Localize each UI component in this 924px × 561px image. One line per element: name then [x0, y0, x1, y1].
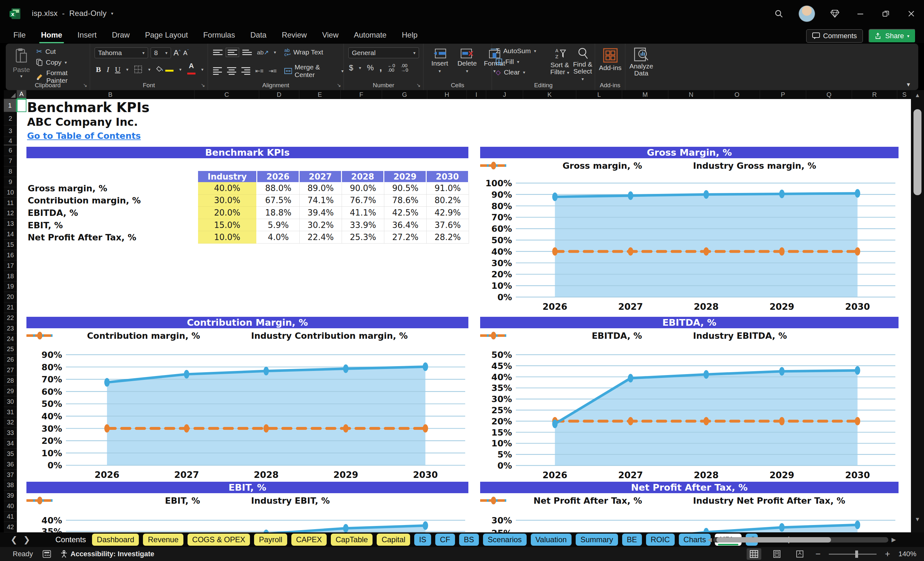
- underline-chevron-icon[interactable]: ▾: [126, 67, 128, 72]
- table-cell[interactable]: 28.2%: [427, 231, 469, 244]
- row-header-40[interactable]: 40: [4, 501, 17, 512]
- accessibility-status[interactable]: Accessibility: Investigate: [60, 550, 154, 558]
- row-header-9[interactable]: 9: [4, 177, 17, 188]
- comma-format-icon[interactable]: ,: [380, 63, 382, 73]
- align-center-icon[interactable]: [227, 67, 236, 75]
- sheet-tab-captable[interactable]: CapTable: [331, 534, 372, 546]
- column-header-J[interactable]: J: [486, 90, 523, 99]
- row-header-4[interactable]: 4: [4, 137, 17, 146]
- row-header-14[interactable]: 14: [4, 229, 17, 240]
- chart-gross-margin-[interactable]: Gross Margin, %Gross margin, %Industry G…: [480, 147, 898, 310]
- merge-center-button[interactable]: Merge & Center▾: [284, 63, 344, 79]
- row-header-28[interactable]: 28: [4, 376, 17, 386]
- row-header-11[interactable]: 11: [4, 198, 17, 208]
- row-header-12[interactable]: 12: [4, 208, 17, 219]
- column-header-I[interactable]: I: [467, 90, 486, 99]
- sort-filter-button[interactable]: AZ Sort & Filter ▾: [549, 48, 571, 76]
- column-header-G[interactable]: G: [382, 90, 427, 99]
- table-cell[interactable]: 40.0%: [198, 182, 257, 195]
- column-header-F[interactable]: F: [341, 90, 382, 99]
- document-title[interactable]: isp.xlsx - Read-Only ▾: [32, 9, 113, 18]
- decrease-indent-icon[interactable]: ⇤≡: [255, 68, 264, 75]
- column-header-H[interactable]: H: [427, 90, 467, 99]
- menu-tab-file[interactable]: File: [13, 28, 26, 41]
- table-cell[interactable]: 39.4%: [300, 207, 342, 219]
- wrap-text-button[interactable]: abc↩ Wrap Text: [284, 48, 323, 56]
- fill-color-button[interactable]: [156, 66, 173, 73]
- macro-record-icon[interactable]: [43, 550, 51, 558]
- column-header-P[interactable]: P: [760, 90, 806, 99]
- autosum-button[interactable]: ΣAutoSum▾: [496, 47, 536, 55]
- menu-tab-insert[interactable]: Insert: [77, 28, 97, 41]
- table-cell[interactable]: 25.3%: [342, 231, 384, 244]
- addins-button[interactable]: Add-ins: [595, 48, 626, 72]
- column-header-M[interactable]: M: [622, 90, 668, 99]
- cut-button[interactable]: ✂Cut: [36, 48, 90, 56]
- table-cell[interactable]: 78.6%: [384, 195, 427, 207]
- sheet-tab-contents[interactable]: Contents: [54, 534, 88, 546]
- number-format-select[interactable]: General▾: [348, 48, 419, 58]
- table-cell[interactable]: 36.4%: [384, 219, 427, 231]
- currency-format-icon[interactable]: $: [349, 63, 353, 72]
- table-cell[interactable]: 4.0%: [257, 231, 300, 244]
- table-cell[interactable]: 89.0%: [300, 182, 342, 195]
- table-cell[interactable]: 22.4%: [300, 231, 342, 244]
- font-size-select[interactable]: 8▾: [151, 48, 171, 58]
- row-header-24[interactable]: 24: [4, 334, 17, 344]
- chart-net-profit-after-tax-[interactable]: Net Profit After Tax, %Net Profit After …: [480, 482, 898, 532]
- table-header-industry[interactable]: Industry: [198, 171, 257, 182]
- column-header-A[interactable]: A: [17, 90, 26, 99]
- row-header-20[interactable]: 20: [4, 292, 17, 303]
- increase-decimal-icon[interactable]: ←0.00: [388, 63, 395, 72]
- row-header-1[interactable]: 1: [4, 99, 17, 112]
- table-header-2028[interactable]: 2028: [342, 171, 384, 182]
- table-cell[interactable]: 27.2%: [384, 231, 427, 244]
- row-header-17[interactable]: 17: [4, 261, 17, 271]
- sheet-tab-summary[interactable]: Summary: [576, 534, 618, 546]
- sheet-tab-bs[interactable]: BS: [459, 534, 479, 546]
- sheet-tab-cogs-opex[interactable]: COGS & OPEX: [188, 534, 250, 546]
- bold-button[interactable]: B: [96, 65, 101, 74]
- align-left-icon[interactable]: [213, 67, 222, 75]
- menu-tab-page-layout[interactable]: Page Layout: [144, 28, 189, 41]
- align-right-icon[interactable]: [242, 67, 250, 75]
- table-cell[interactable]: 67.5%: [257, 195, 300, 207]
- insert-cells-button[interactable]: Insert▾: [426, 49, 453, 74]
- decrease-font-icon[interactable]: Aˇ: [183, 49, 189, 57]
- table-cell[interactable]: 88.0%: [257, 182, 300, 195]
- sheet-tab-cf[interactable]: CF: [435, 534, 455, 546]
- row-header-10[interactable]: 10: [4, 187, 17, 198]
- row-header-23[interactable]: 23: [4, 323, 17, 334]
- column-header-E[interactable]: E: [299, 90, 341, 99]
- search-icon[interactable]: [773, 8, 784, 20]
- paste-button[interactable]: Paste ▾: [12, 48, 31, 79]
- table-cell[interactable]: 33.9%: [342, 219, 384, 231]
- menu-tab-data[interactable]: Data: [250, 28, 267, 41]
- row-header-26[interactable]: 26: [4, 355, 17, 365]
- chart-ebit-[interactable]: EBIT, %EBIT, %Industry EBIT, %40%35%30%2…: [26, 482, 468, 532]
- row-header-13[interactable]: 13: [4, 219, 17, 229]
- number-dialog-launcher-icon[interactable]: ↘: [417, 82, 421, 88]
- font-dialog-launcher-icon[interactable]: ↘: [201, 82, 205, 88]
- row-header-18[interactable]: 18: [4, 271, 17, 282]
- column-header-B[interactable]: B: [26, 90, 195, 99]
- next-sheet-icon[interactable]: ❯: [20, 535, 33, 545]
- table-header-2030[interactable]: 2030: [427, 171, 469, 182]
- table-of-contents-link[interactable]: Go to Table of Contents: [27, 131, 141, 141]
- sheet-tab-scenarios[interactable]: Scenarios: [483, 534, 526, 546]
- prev-sheet-icon[interactable]: ❮: [8, 535, 20, 545]
- sheet-tab-be[interactable]: BE: [622, 534, 642, 546]
- horizontal-scroll-thumb[interactable]: [716, 537, 831, 543]
- clear-button[interactable]: ◇Clear▾: [496, 69, 536, 76]
- sheet-tab-capital[interactable]: Capital: [376, 534, 410, 546]
- hscroll-right-icon[interactable]: ▶: [891, 536, 896, 543]
- sheet-tab-revenue[interactable]: Revenue: [143, 534, 183, 546]
- restore-button[interactable]: [880, 8, 891, 20]
- underline-button[interactable]: U: [115, 65, 120, 74]
- increase-indent-icon[interactable]: ⇥≡: [268, 68, 277, 75]
- row-header-31[interactable]: 31: [4, 407, 17, 417]
- align-top-icon[interactable]: [213, 50, 222, 55]
- row-header-29[interactable]: 29: [4, 386, 17, 396]
- row-header-6[interactable]: 6: [4, 146, 17, 156]
- table-cell[interactable]: 80.2%: [427, 195, 469, 207]
